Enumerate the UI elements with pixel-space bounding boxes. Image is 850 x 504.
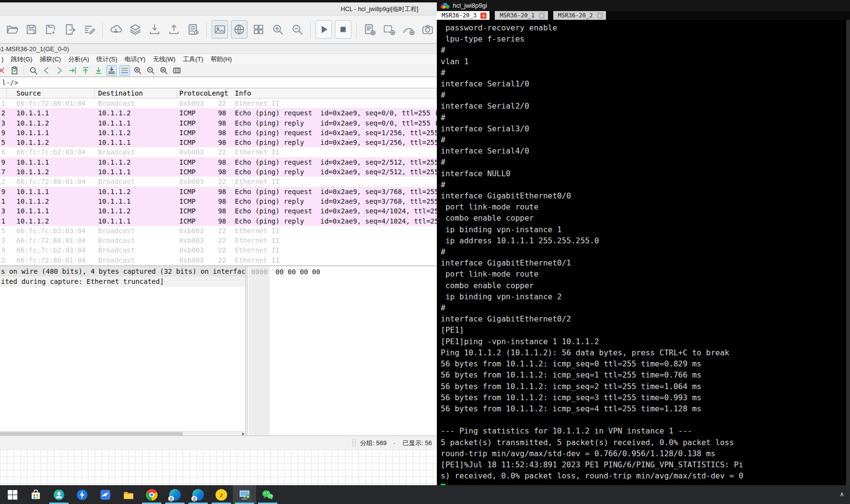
packet-row[interactable]: 3 66:fc:72:80:01:04 Broadcast 0xb003 22 …	[0, 236, 437, 245]
tab-close-icon[interactable]: ×	[480, 13, 487, 19]
zoom-out-icon[interactable]	[145, 65, 156, 76]
display-filter-bar[interactable]: l-/>	[0, 77, 437, 88]
terminal-tab[interactable]: MSR36-20_1 ×	[495, 11, 547, 20]
upload-icon[interactable]	[166, 20, 182, 39]
packet-row[interactable]: 2 10.1.1.1 10.1.1.2 ICMP 98 Echo (ping) …	[0, 108, 437, 118]
menu-item[interactable]: 电话(Y)	[125, 55, 145, 64]
zoom-in-icon[interactable]	[270, 20, 286, 39]
packet-row[interactable]: 9 66:fc:7c:b2:03:04 Broadcast 0xb003 22 …	[0, 245, 437, 255]
packet-row[interactable]: 9 10.1.1.1 10.1.1.2 ICMP 98 Echo (ping) …	[0, 128, 437, 138]
column-header-length[interactable]: Length	[208, 88, 228, 98]
wechat-icon[interactable]	[256, 485, 279, 504]
go-first-packet-icon[interactable]	[80, 65, 91, 76]
file-explorer-icon[interactable]	[117, 485, 140, 504]
thunder-app-icon[interactable]	[94, 485, 117, 504]
device-list-icon[interactable]	[185, 20, 202, 39]
packet-row[interactable]: 2 66:fc:72:80:01:04 Broadcast 0xb003 22 …	[0, 255, 437, 265]
export-project-icon[interactable]	[62, 20, 78, 39]
tab-close-icon[interactable]: ×	[539, 13, 545, 19]
add-area-icon[interactable]	[381, 20, 397, 39]
grid-layout-icon[interactable]	[250, 20, 267, 39]
network-view-toggle-icon[interactable]	[231, 20, 247, 39]
column-header-protocol[interactable]: Protocol	[177, 88, 208, 98]
open-project-icon[interactable]	[4, 20, 20, 39]
auto-scroll-toggle-icon[interactable]	[106, 65, 117, 76]
tray-expand-chevron-icon[interactable]: ∧	[839, 490, 844, 498]
column-header-info[interactable]: Info	[228, 88, 437, 98]
edit-project-icon[interactable]	[81, 20, 98, 39]
hcl-topology-canvas[interactable]	[0, 449, 437, 485]
qq-music-icon[interactable]: ♪	[210, 485, 233, 504]
column-header-source[interactable]: Source	[7, 88, 95, 98]
zoom-in-icon[interactable]	[132, 65, 143, 76]
terminal-title-bar[interactable]: hcl_jwi8p9gi	[437, 0, 850, 11]
menu-item[interactable]: 跳转(G)	[11, 55, 32, 64]
menu-item[interactable]: 统计(S)	[97, 55, 117, 64]
packet-list-header[interactable]: Source Destination Protocol Length Info	[0, 88, 437, 98]
save-project-icon[interactable]	[23, 20, 40, 39]
detail-line-truncated[interactable]: ited during capture: Ethernet truncated]	[0, 277, 245, 287]
capture-view-toggle-icon[interactable]	[212, 20, 228, 39]
cloud-download-icon[interactable]	[108, 20, 124, 39]
hcl-simulator-icon[interactable]	[233, 485, 256, 504]
edge-browser-1-icon[interactable]	[163, 485, 187, 504]
go-last-packet-icon[interactable]	[93, 65, 104, 76]
menu-item[interactable]: 帮助(H)	[211, 55, 232, 64]
terminal-output[interactable]: password-recovery enable lpu-type f-seri…	[437, 20, 850, 485]
menu-item[interactable]: 捕获(C)	[40, 55, 61, 64]
microsoft-store-icon[interactable]	[24, 485, 47, 504]
detail-horizontal-scrollbar[interactable]	[0, 431, 245, 435]
colorize-toggle-icon[interactable]	[119, 65, 130, 76]
hex-dump-pane[interactable]: 0000 00 00 00 00	[247, 266, 437, 435]
hcl-title-bar[interactable]: HCL - hcl_jwi8p9gi[临时工程]	[0, 2, 437, 15]
packet-row[interactable]: 9 10.1.1.1 10.1.1.2 ICMP 98 Echo (ping) …	[0, 187, 437, 196]
packet-row[interactable]: 2 66:fc:72:80:01:04 Broadcast 0xb003 22 …	[0, 177, 437, 186]
chrome-browser-icon[interactable]	[140, 485, 163, 504]
scrollbar-thumb[interactable]	[0, 432, 183, 435]
packet-row[interactable]: 5 10.1.1.2 10.1.1.1 ICMP 98 Echo (ping) …	[0, 138, 437, 147]
packet-row[interactable]: 5 66:fc:7c:b2:03:04 Broadcast 0xb003 22 …	[0, 226, 437, 236]
column-header-destination[interactable]: Destination	[95, 88, 177, 98]
packet-detail-pane[interactable]: s on wire (480 bits), 4 bytes captured (…	[0, 266, 245, 431]
resize-columns-icon[interactable]	[172, 65, 182, 76]
packet-row[interactable]: 1 10.1.1.2 10.1.1.1 ICMP 98 Echo (ping) …	[0, 216, 437, 226]
contacts-app-icon[interactable]	[47, 485, 71, 504]
packet-row[interactable]: 3 10.1.1.2 10.1.1.1 ICMP 98 Echo (ping) …	[0, 118, 437, 128]
restart-capture-icon[interactable]	[9, 65, 20, 76]
terminal-tab[interactable]: MSR36-20_2 ×	[553, 11, 606, 20]
go-to-packet-icon[interactable]	[67, 65, 78, 76]
packet-row[interactable]: 7 10.1.1.2 10.1.1.1 ICMP 98 Echo (ping) …	[0, 167, 437, 177]
terminal-tab[interactable]: MSR36-20_3 ×	[437, 11, 490, 20]
windows-start-button[interactable]	[1, 485, 24, 504]
add-connection-icon[interactable]	[400, 20, 417, 39]
zoom-out-icon[interactable]	[289, 20, 305, 39]
menu-item[interactable]: 分析(A)	[68, 55, 89, 64]
packet-row[interactable]: 9 10.1.1.1 10.1.1.2 ICMP 98 Echo (ping) …	[0, 157, 437, 167]
packet-row[interactable]: 3 10.1.1.1 10.1.1.2 ICMP 98 Echo (ping) …	[0, 206, 437, 216]
column-header-no[interactable]	[0, 88, 7, 98]
stop-all-devices-icon[interactable]	[335, 20, 351, 39]
add-note-icon[interactable]	[361, 20, 378, 39]
packet-row[interactable]: 6 66:fc:7c:b2:03:04 Broadcast 0xb003 22 …	[0, 147, 437, 157]
packet-row[interactable]: 1 66:fc:72:80:01:04 Broadcast 0xb003 22 …	[0, 98, 437, 108]
terminal-scrollbar[interactable]	[846, 20, 850, 485]
save-as-icon[interactable]	[43, 20, 59, 39]
tab-close-icon[interactable]: ×	[597, 13, 603, 19]
screenshot-camera-icon[interactable]	[419, 20, 436, 39]
zoom-reset-icon[interactable]	[158, 65, 169, 76]
packet-row[interactable]: 1 10.1.1.2 10.1.1.1 ICMP 98 Echo (ping) …	[0, 196, 437, 206]
start-all-devices-icon[interactable]	[316, 20, 332, 39]
edge-browser-2-icon[interactable]	[187, 485, 210, 504]
stop-capture-icon[interactable]	[0, 65, 7, 76]
menu-item[interactable]: )	[1, 56, 3, 63]
download-icon[interactable]	[146, 20, 163, 39]
device-layers-icon[interactable]	[127, 20, 144, 39]
menu-item[interactable]: 工具(T)	[183, 55, 203, 64]
detail-line-frame[interactable]: s on wire (480 bits), 4 bytes captured (…	[0, 266, 245, 277]
messenger-app-icon[interactable]	[71, 485, 94, 504]
find-packet-icon[interactable]	[28, 65, 39, 76]
menu-item[interactable]: 无线(W)	[153, 55, 175, 64]
go-next-icon[interactable]	[54, 65, 65, 76]
go-previous-icon[interactable]	[41, 65, 52, 76]
wireshark-window-title[interactable]: o1-MSR36-20_1(GE_0-0)	[0, 43, 437, 54]
